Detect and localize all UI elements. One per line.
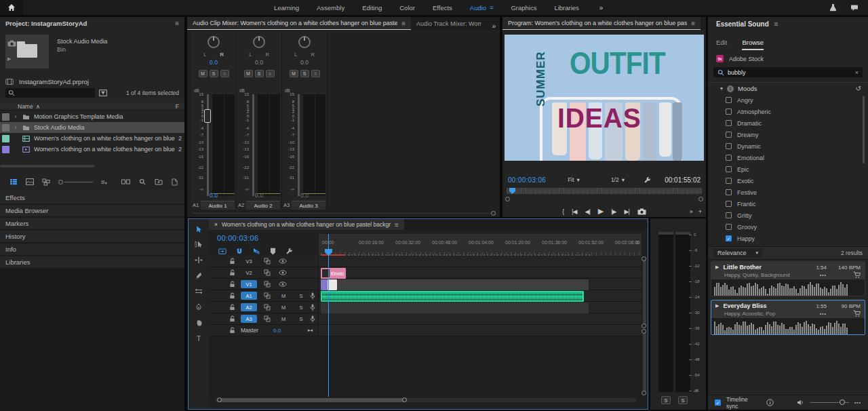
project-search-input[interactable] <box>5 88 95 98</box>
project-row-women-s-clothing-on-a-white-cl[interactable]: Women's clothing on a white clothes hang… <box>0 144 184 155</box>
mood-checkbox[interactable] <box>726 212 732 218</box>
bin-thumbnail[interactable]: ▶ <box>5 35 49 68</box>
project-file-row[interactable]: InstagramStoryAd.prproj <box>5 77 89 86</box>
thumbnail-zoom-slider[interactable] <box>58 180 93 184</box>
column-frame-rate[interactable]: F <box>176 103 179 110</box>
step-forward-button[interactable]: |▶ <box>611 208 616 215</box>
sync-lock-icon[interactable] <box>264 315 271 322</box>
mood-checkbox[interactable] <box>726 109 732 115</box>
panel-menu-icon[interactable]: ≡ <box>774 20 778 28</box>
track-header-v3[interactable]: V3 <box>209 256 319 267</box>
track-header-a1[interactable]: A1 M S <box>209 290 319 302</box>
sort-icons-icon[interactable]: ≡▾ <box>101 178 107 186</box>
mute-button[interactable]: M <box>290 70 298 77</box>
add-marker-icon[interactable] <box>270 248 276 255</box>
time-ruler[interactable]: 00:0000:00:16:0000:00:32:0000:00:48:0000… <box>319 234 642 256</box>
footer-more-icon[interactable]: ••• <box>854 400 861 405</box>
eye-icon[interactable] <box>279 270 287 275</box>
find-icon[interactable] <box>139 178 146 185</box>
track-solo-button[interactable]: S <box>296 305 306 311</box>
export-frame-icon[interactable] <box>637 208 646 215</box>
speaker-icon[interactable] <box>797 399 804 406</box>
track-target-v2[interactable]: V2 <box>241 269 257 277</box>
mood-checkbox[interactable] <box>726 97 732 103</box>
ripple-edit-tool[interactable] <box>195 256 203 265</box>
type-tool[interactable]: T <box>197 334 201 342</box>
mood-row-gritty[interactable]: Gritty <box>708 210 868 221</box>
selection-tool[interactable] <box>195 224 203 233</box>
stock-result-everyday-bliss[interactable]: ▶ Everyday Bliss 1:55 90 BPM Happy, Acou… <box>711 300 865 335</box>
expand-chevron-icon[interactable]: › <box>13 124 18 131</box>
audio-vscrollbar[interactable] <box>643 330 646 394</box>
track-target-v1[interactable]: V1 <box>241 280 257 288</box>
solo-left-button[interactable]: S <box>661 396 671 404</box>
mark-in-button[interactable]: { <box>562 208 564 215</box>
automate-to-sequence-icon[interactable] <box>121 178 130 185</box>
track-mute-button[interactable]: M <box>279 316 288 322</box>
track-select-tool[interactable] <box>195 240 203 249</box>
track-name[interactable]: Audio 3 <box>292 201 326 210</box>
lock-icon[interactable] <box>229 269 235 276</box>
voiceover-mic-icon[interactable] <box>310 304 315 311</box>
mood-row-atmospheric[interactable]: Atmospheric <box>708 106 868 117</box>
mood-checkbox[interactable] <box>726 143 732 149</box>
panel-tab-info[interactable]: Info <box>0 243 184 255</box>
tab-audio-clip-mixer[interactable]: Audio Clip Mixer: Women's clothing on a … <box>187 17 411 30</box>
track-name[interactable]: Audio 2 <box>246 201 280 210</box>
write-keyframes-button[interactable]: ○ <box>266 70 275 77</box>
lock-icon[interactable] <box>229 292 235 299</box>
workspace-tab-color[interactable]: Color <box>399 4 415 12</box>
sort-select[interactable]: Relevance▾ <box>713 248 762 258</box>
panel-menu-icon[interactable]: ≡ <box>691 20 695 27</box>
es-tab-browse[interactable]: Browse <box>742 39 764 50</box>
track-name[interactable]: Audio 1 <box>201 201 235 210</box>
volume-fader[interactable] <box>252 94 254 196</box>
lock-icon[interactable] <box>229 258 235 265</box>
timeline-hscrollbar[interactable] <box>216 398 636 402</box>
workspace-tab-graphics[interactable]: Graphics <box>511 4 536 12</box>
hand-tool[interactable] <box>195 318 203 327</box>
icon-view-icon[interactable] <box>26 178 34 185</box>
insert-as-nest-icon[interactable] <box>218 248 226 255</box>
mood-checkbox[interactable] <box>726 132 732 138</box>
solo-button[interactable]: S <box>300 70 309 77</box>
poster-frame-icon[interactable] <box>7 40 16 47</box>
mood-row-emotional[interactable]: Emotional <box>708 152 868 163</box>
moods-section-header[interactable]: ▾ i Moods ↺ <box>708 82 868 94</box>
mood-checkbox[interactable]: ✓ <box>726 235 732 241</box>
workspace-tab-libraries[interactable]: Libraries <box>554 4 578 12</box>
settings-wrench-icon[interactable] <box>644 176 651 184</box>
preview-play-icon[interactable]: ▶ <box>715 303 719 309</box>
button-editor-plus[interactable]: + <box>698 208 702 215</box>
snap-icon[interactable] <box>236 248 243 255</box>
expand-chevron-icon[interactable]: › <box>13 113 18 120</box>
license-cart-icon[interactable] <box>831 310 861 317</box>
mood-row-dynamic[interactable]: Dynamic <box>708 140 868 152</box>
mood-row-dramatic[interactable]: Dramatic <box>708 117 868 129</box>
mood-checkbox[interactable] <box>726 201 732 207</box>
result-more-icon[interactable]: ••• <box>820 273 827 277</box>
mute-button[interactable]: M <box>244 70 253 77</box>
play-preview-icon[interactable]: ▶ <box>7 56 16 62</box>
step-back-button[interactable]: ◀| <box>585 208 590 215</box>
stock-result-little-brother[interactable]: ▶ Little Brother 1:54 140 BPM Happy, Qui… <box>711 261 865 296</box>
beta-flask-icon[interactable] <box>829 3 837 12</box>
pan-knob[interactable] <box>253 36 265 48</box>
pan-knob[interactable] <box>298 36 311 48</box>
track-target-a1[interactable]: A1 <box>241 292 257 300</box>
lock-icon[interactable] <box>229 281 235 288</box>
pan-value[interactable]: 0.0 <box>282 59 327 66</box>
write-keyframes-button[interactable]: ○ <box>311 70 320 77</box>
pan-value[interactable]: 0.0 <box>191 59 236 66</box>
reset-filters-icon[interactable]: ↺ <box>856 85 861 92</box>
transport-overflow-icon[interactable]: » <box>690 208 693 215</box>
eye-icon[interactable] <box>279 281 287 287</box>
preview-volume-slider[interactable] <box>810 402 848 403</box>
home-icon[interactable] <box>0 0 23 15</box>
tab-close-icon[interactable]: × <box>214 221 218 228</box>
mood-row-festive[interactable]: Festive <box>708 187 868 198</box>
track-header-a2[interactable]: A2 M S <box>209 302 319 313</box>
solo-right-button[interactable]: S <box>678 396 688 404</box>
timeline-hscroll-thumb[interactable] <box>218 398 406 402</box>
video-clip-fx-segment[interactable] <box>321 279 328 290</box>
